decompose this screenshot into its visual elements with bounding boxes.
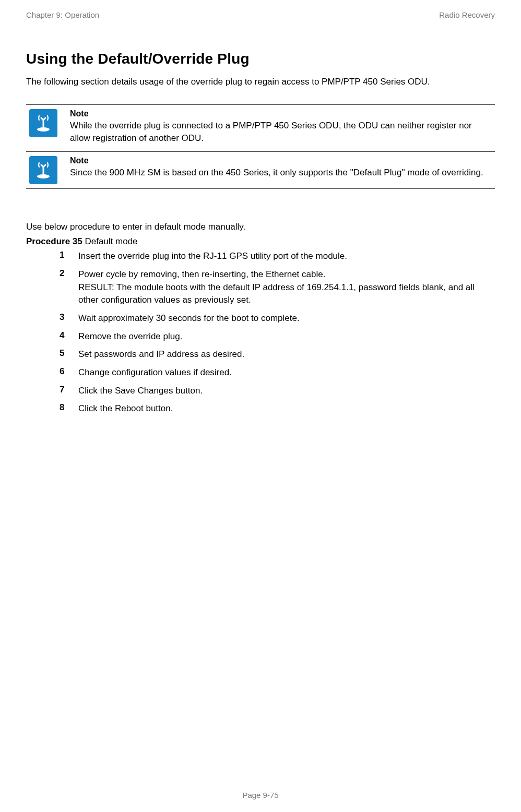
- step-text: Remove the override plug.: [78, 330, 495, 343]
- step-text: Wait approximately 30 seconds for the bo…: [78, 312, 495, 325]
- procedure-intro: Use below procedure to enter in default …: [26, 220, 495, 234]
- step-number: 2: [26, 268, 78, 307]
- step-number: 4: [26, 330, 78, 343]
- step-text: Click the Reboot button.: [78, 402, 495, 415]
- step-number: 3: [26, 312, 78, 325]
- note-text: While the override plug is connected to …: [70, 120, 490, 145]
- header-right: Radio Recovery: [439, 10, 495, 19]
- antenna-icon: [34, 161, 53, 180]
- step-number: 7: [26, 385, 78, 398]
- note-label: Note: [70, 156, 490, 165]
- step-text: Insert the override plug into the RJ-11 …: [78, 250, 495, 263]
- list-item: 3 Wait approximately 30 seconds for the …: [26, 312, 495, 325]
- page: Chapter 9: Operation Radio Recovery Usin…: [0, 0, 521, 812]
- notes-table: Note While the override plug is connecte…: [26, 104, 495, 189]
- list-item: 1 Insert the override plug into the RJ-1…: [26, 250, 495, 263]
- step-number: 5: [26, 348, 78, 361]
- step-text: Power cycle by removing, then re-inserti…: [78, 268, 495, 307]
- note-text: Since the 900 MHz SM is based on the 450…: [70, 166, 490, 180]
- procedure-heading: Procedure 35 Default mode: [26, 236, 495, 247]
- header-left: Chapter 9: Operation: [26, 10, 99, 19]
- procedure-title: Default mode: [82, 236, 138, 246]
- antenna-icon: [34, 114, 53, 133]
- step-text: Set passwords and IP address as desired.: [78, 348, 495, 361]
- list-item: 5 Set passwords and IP address as desire…: [26, 348, 495, 361]
- step-number: 1: [26, 250, 78, 263]
- step-number: 6: [26, 366, 78, 379]
- step-number: 8: [26, 402, 78, 415]
- note-icon: [29, 109, 57, 137]
- note-label: Note: [70, 109, 490, 118]
- list-item: 2 Power cycle by removing, then re-inser…: [26, 268, 495, 307]
- section-heading: Using the Default/Override Plug: [26, 51, 495, 67]
- steps-list: 1 Insert the override plug into the RJ-1…: [26, 250, 495, 415]
- list-item: 7 Click the Save Changes button.: [26, 385, 495, 398]
- list-item: 6 Change configuration values if desired…: [26, 366, 495, 379]
- section-intro: The following section details usage of t…: [26, 76, 495, 89]
- list-item: 4 Remove the override plug.: [26, 330, 495, 343]
- page-header: Chapter 9: Operation Radio Recovery: [26, 10, 495, 19]
- procedure-label: Procedure 35: [26, 236, 82, 246]
- step-text: Change configuration values if desired.: [78, 366, 495, 379]
- list-item: 8 Click the Reboot button.: [26, 402, 495, 415]
- page-footer: Page 9-75: [0, 791, 521, 799]
- step-text: Click the Save Changes button.: [78, 385, 495, 398]
- note-icon: [29, 156, 57, 184]
